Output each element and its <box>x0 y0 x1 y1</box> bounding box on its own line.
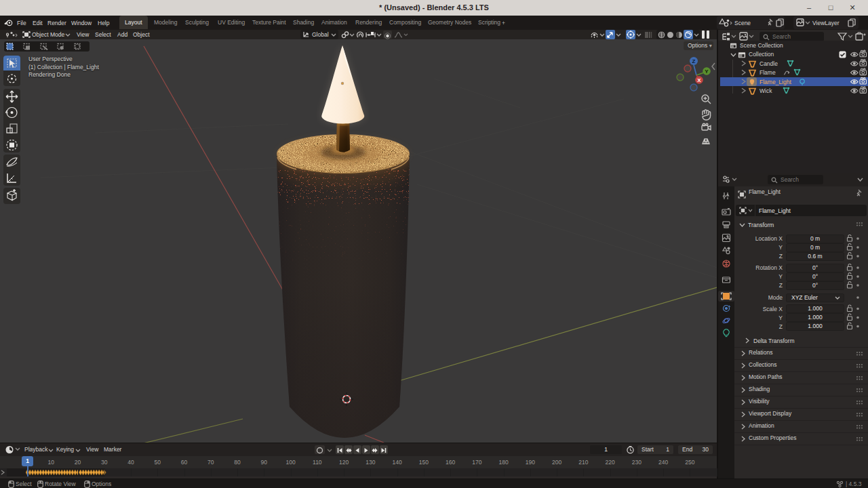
svg-text:Y: Y <box>705 68 709 75</box>
svg-text:Z: Z <box>692 58 696 64</box>
svg-text:X: X <box>697 77 701 83</box>
